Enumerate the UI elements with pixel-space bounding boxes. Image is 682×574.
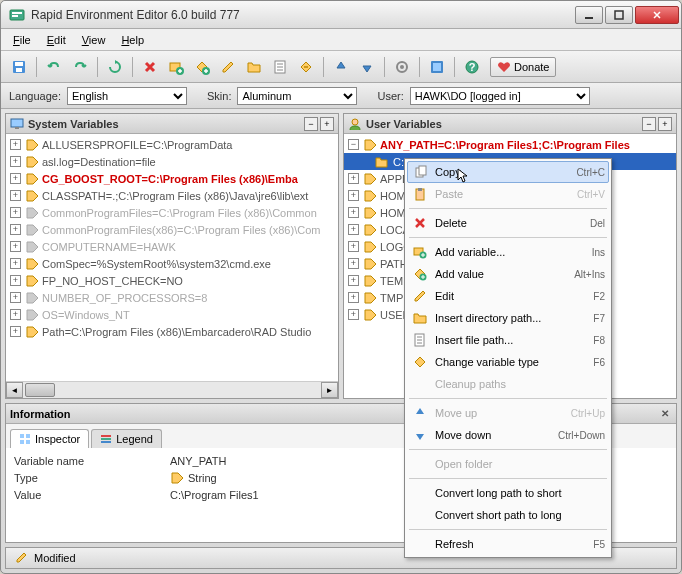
edit-icon[interactable] [216,55,240,79]
backup-icon[interactable] [425,55,449,79]
menu-item-edit[interactable]: Edit F2 [407,285,609,307]
menu-item-convert-short-path-to-long[interactable]: Convert short path to long [407,504,609,526]
tree-row[interactable]: + ALLUSERSPROFILE=C:\ProgramData [6,136,338,153]
expander-icon[interactable]: − [348,139,359,150]
expander-icon[interactable]: + [348,190,359,201]
expand-button[interactable]: + [320,117,334,131]
language-label: Language: [9,90,61,102]
insert-file-icon[interactable] [268,55,292,79]
tree-row[interactable]: + CG_BOOST_ROOT=C:\Program Files (x86)\E… [6,170,338,187]
menu-item-insert-directory-path-[interactable]: Insert directory path... F7 [407,307,609,329]
svg-rect-6 [15,62,23,66]
menu-item-move-down[interactable]: Move down Ctrl+Down [407,424,609,446]
tag-icon [25,291,39,305]
menu-view[interactable]: View [76,32,112,48]
tag-icon [363,206,377,220]
expander-icon[interactable]: + [10,326,21,337]
menu-item-refresh[interactable]: Refresh F5 [407,533,609,555]
expander-icon[interactable]: + [10,224,21,235]
expander-icon[interactable]: + [10,139,21,150]
expander-icon[interactable]: + [348,173,359,184]
menu-item-insert-file-path-[interactable]: Insert file path... F8 [407,329,609,351]
expander-icon[interactable]: + [10,292,21,303]
tag-icon [363,138,377,152]
expand-button[interactable]: + [658,117,672,131]
insert-dir-icon[interactable] [242,55,266,79]
tree-row[interactable]: + OS=Windows_NT [6,306,338,323]
menu-item-copy[interactable]: Copy Ctrl+C [407,161,609,183]
svg-rect-2 [12,15,18,17]
redo-icon[interactable] [68,55,92,79]
tab-inspector[interactable]: Inspector [10,429,89,448]
skin-select[interactable]: Aluminum [237,87,357,105]
horizontal-scrollbar[interactable]: ◄ ► [6,381,338,398]
close-button[interactable] [635,6,679,24]
expander-icon[interactable]: + [348,292,359,303]
language-select[interactable]: English [67,87,187,105]
menu-item-delete[interactable]: Delete Del [407,212,609,234]
save-icon[interactable] [7,55,31,79]
collapse-button[interactable]: − [304,117,318,131]
minimize-button[interactable] [575,6,603,24]
tree-row[interactable]: + CommonProgramFiles(x86)=C:\Program Fil… [6,221,338,238]
expander-icon[interactable]: + [10,207,21,218]
delete-icon[interactable] [138,55,162,79]
tree-row[interactable]: + CommonProgramFiles=C:\Program Files (x… [6,204,338,221]
maximize-button[interactable] [605,6,633,24]
menu-edit[interactable]: Edit [41,32,72,48]
tree-row[interactable]: + Path=C:\Program Files (x86)\Embarcader… [6,323,338,340]
file-icon [411,333,429,347]
donate-button[interactable]: Donate [490,57,556,77]
user-select[interactable]: HAWK\DO [logged in] [410,87,590,105]
menu-item-add-value[interactable]: Add value Alt+Ins [407,263,609,285]
expander-icon[interactable]: + [348,258,359,269]
move-down-icon[interactable] [355,55,379,79]
info-value-value: C:\Program Files1 [170,489,259,501]
expander-icon[interactable]: + [10,258,21,269]
tree-row[interactable]: − ANY_PATH=C:\Program Files1;C:\Program … [344,136,676,153]
expander-icon[interactable]: + [348,275,359,286]
expander-icon[interactable]: + [10,275,21,286]
tag-icon [363,223,377,237]
expander-icon[interactable]: + [348,207,359,218]
system-tree[interactable]: + ALLUSERSPROFILE=C:\ProgramData+ asl.lo… [6,134,338,381]
tree-row[interactable]: + CLASSPATH=.;C:\Program Files (x86)\Jav… [6,187,338,204]
menu-help[interactable]: Help [115,32,150,48]
collapse-button[interactable]: − [642,117,656,131]
menu-item-change-variable-type[interactable]: Change variable type F6 [407,351,609,373]
move-up-icon[interactable] [329,55,353,79]
titlebar[interactable]: Rapid Environment Editor 6.0 build 777 [1,1,681,29]
tag-icon [25,240,39,254]
expander-icon[interactable]: + [10,241,21,252]
expander-icon[interactable]: + [348,241,359,252]
expander-icon[interactable]: + [348,224,359,235]
refresh-icon[interactable] [103,55,127,79]
tree-row[interactable]: + NUMBER_OF_PROCESSORS=8 [6,289,338,306]
menu-file[interactable]: File [7,32,37,48]
help-icon[interactable]: ? [460,55,484,79]
menu-item-add-variable-[interactable]: Add variable... Ins [407,241,609,263]
tree-row[interactable]: + ComSpec=%SystemRoot%\system32\cmd.exe [6,255,338,272]
grid-icon [19,433,31,445]
settings-icon[interactable] [390,55,414,79]
close-icon[interactable]: ✕ [658,407,672,421]
tree-row[interactable]: + COMPUTERNAME=HAWK [6,238,338,255]
info-name-value: ANY_PATH [170,455,226,467]
tag-icon [363,172,377,186]
expander-icon[interactable]: + [348,309,359,320]
edit-icon [411,289,429,303]
tree-row[interactable]: + FP_NO_HOST_CHECK=NO [6,272,338,289]
menu-item-convert-long-path-to-short[interactable]: Convert long path to short [407,482,609,504]
tab-legend[interactable]: Legend [91,429,162,448]
expander-icon[interactable]: + [10,156,21,167]
change-type-icon[interactable] [294,55,318,79]
expander-icon[interactable]: + [10,190,21,201]
add-val-icon[interactable] [190,55,214,79]
undo-icon[interactable] [42,55,66,79]
expander-icon[interactable]: + [10,173,21,184]
tree-row[interactable]: + asl.log=Destination=file [6,153,338,170]
add-var-icon[interactable] [164,55,188,79]
tag-icon [25,206,39,220]
options-bar: Language: English Skin: Aluminum User: H… [1,83,681,109]
expander-icon[interactable]: + [10,309,21,320]
